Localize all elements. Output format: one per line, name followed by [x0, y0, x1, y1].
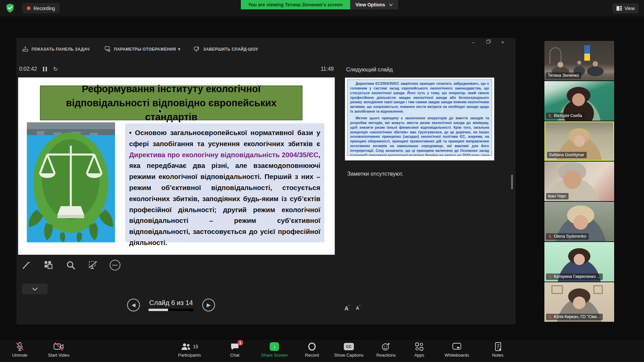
shared-screen-presenter-view: – × ПОКАЗАТЬ ПАНЕЛЬ ЗАДАЧ: [16, 38, 516, 324]
end-slideshow-button[interactable]: ЗАВЕРШИТЬ СЛАЙД-ШОУ: [194, 46, 258, 52]
whiteboards-button[interactable]: Whiteboards: [439, 342, 474, 358]
display-settings-icon: [105, 46, 111, 52]
participant-tile[interactable]: Olena Sydorenko: [544, 202, 614, 241]
panel-scrollbar-handle[interactable]: [511, 175, 513, 189]
slide-counter: Слайд 6 из 14: [149, 299, 193, 307]
black-screen-button[interactable]: [87, 259, 99, 271]
apps-button[interactable]: Apps: [409, 342, 430, 358]
reactions-button[interactable]: Reactions: [372, 342, 400, 358]
viewing-screen-banner: You are viewing Тетяна Зінченко’s screen: [241, 0, 350, 9]
current-time: 11:49: [321, 66, 334, 72]
meeting-controls-bar: Unmute Start Video 15: [0, 340, 644, 362]
participant-video-panel: Тетяна Зінченко Вікторія Скиба Svitlana …: [544, 41, 614, 322]
recording-indicator[interactable]: Recording: [22, 3, 60, 13]
participant-tile[interactable]: Вікторія Скиба: [544, 81, 614, 121]
start-video-button[interactable]: Start Video: [45, 342, 73, 358]
record-icon: [308, 343, 316, 351]
see-all-slides-button[interactable]: [43, 259, 55, 271]
recording-label: Recording: [34, 6, 55, 11]
participant-name: Вікторія Скиба: [554, 113, 582, 118]
recording-dot-icon: [27, 6, 31, 10]
show-taskbar-button[interactable]: ПОКАЗАТЬ ПАНЕЛЬ ЗАДАЧ: [22, 46, 90, 52]
participants-count: 15: [193, 344, 198, 349]
minimize-button[interactable]: –: [470, 39, 477, 45]
mouse-cursor: [158, 108, 163, 115]
slide-navigation: ◀ Слайд 6 из 14 ▶: [127, 299, 215, 311]
view-options-button[interactable]: View Options: [350, 0, 398, 9]
slide-body-text: • Основою загальноєвропейської нормативн…: [125, 123, 324, 242]
muted-mic-icon: [548, 234, 552, 239]
timer-row: 0:02:42 ↻ 11:49: [16, 66, 516, 73]
pause-timer-button[interactable]: [43, 67, 47, 71]
notes-icon: [494, 342, 501, 351]
apps-icon: [415, 342, 424, 351]
closed-captions-icon: CC: [344, 343, 354, 350]
participant-tile[interactable]: Катерина Гавриленко ...: [544, 242, 614, 282]
eco-justice-scales-illustration: [27, 122, 115, 242]
ukraine-flag: [584, 45, 590, 61]
participant-name: Іван Чаус: [548, 194, 566, 198]
share-screen-icon: ↑: [270, 342, 279, 351]
ppt-toolbar: ПОКАЗАТЬ ПАНЕЛЬ ЗАДАЧ ПАРАМЕТРЫ ОТОБРАЖЕ…: [16, 46, 516, 54]
muted-mic-icon: [548, 114, 552, 118]
notes-button[interactable]: Notes: [487, 342, 508, 358]
muted-mic-icon: [548, 315, 552, 319]
participants-button[interactable]: 15 Participants: [173, 342, 206, 358]
notes-font-size-controls: Aˆ Aˇ: [344, 305, 360, 312]
close-button[interactable]: ×: [499, 39, 506, 45]
notes-absent-label: Заметки отсутствуют.: [347, 171, 403, 177]
slide-title: Реформування інституту екологічної відпо…: [40, 85, 303, 120]
increase-font-button[interactable]: Aˆ: [344, 305, 350, 312]
participant-name: Svitlana Goshtynar: [549, 153, 584, 157]
muted-mic-icon: [548, 275, 552, 279]
show-more-participants-button[interactable]: [22, 284, 48, 294]
chevron-down-icon: [389, 4, 393, 6]
more-options-button[interactable]: •••: [109, 259, 121, 271]
restore-icon: [486, 41, 490, 44]
zoom-meeting-window: Recording You are viewing Тетяна Зінченк…: [0, 0, 644, 362]
participant-tile[interactable]: Юлія Киркач, ГО "Сіве...: [544, 282, 614, 322]
show-captions-button[interactable]: CC Show Captions: [330, 342, 367, 358]
participant-tile[interactable]: Іван Чаус: [544, 162, 614, 201]
record-button[interactable]: Record: [299, 342, 325, 358]
pen-tool-button[interactable]: [20, 259, 33, 271]
previous-slide-button[interactable]: ◀: [127, 299, 140, 311]
share-screen-button[interactable]: ↑ Share Screen: [258, 342, 291, 358]
participant-tile-active-speaker[interactable]: Svitlana Goshtynar: [544, 121, 614, 161]
zoom-slide-button[interactable]: [65, 259, 77, 271]
chat-unread-badge: 1: [237, 340, 243, 346]
unmute-button[interactable]: Unmute: [8, 342, 32, 358]
whiteboard-icon: [452, 343, 462, 351]
slide-progress-bar: [149, 309, 194, 311]
participant-name: Юлія Киркач, ГО "Сіве...: [554, 314, 600, 319]
current-slide: Реформування інституту екологічної відпо…: [18, 77, 335, 255]
restore-button[interactable]: [485, 39, 491, 45]
participants-icon: [181, 343, 191, 351]
next-slide-button[interactable]: ▶: [202, 299, 215, 311]
security-shield-icon[interactable]: [5, 3, 15, 13]
annotation-toolbar: •••: [20, 259, 121, 271]
chat-button[interactable]: 1 Chat: [224, 342, 246, 358]
participant-name: Тетяна Зінченко: [548, 73, 579, 78]
next-slide-preview-text: Директива ЄС2004/35/ЄС закріплює принцип…: [347, 79, 492, 156]
end-slideshow-icon: [194, 46, 200, 52]
next-slide-preview[interactable]: Директива ЄС2004/35/ЄС закріплює принцип…: [345, 77, 494, 161]
meeting-top-bar: Recording You are viewing Тетяна Зінченк…: [0, 0, 644, 16]
display-settings-button[interactable]: ПАРАМЕТРЫ ОТОБРАЖЕНИЯ ▼: [105, 46, 181, 52]
directive-highlight: Директива про екологічну відповідальніст…: [129, 151, 318, 159]
next-slide-label: Следующий слайд: [346, 67, 393, 73]
view-layout-button[interactable]: View: [612, 3, 639, 13]
restart-timer-button[interactable]: ↻: [53, 66, 58, 72]
reactions-smiley-icon: [382, 342, 390, 351]
taskbar-icon: [22, 46, 28, 52]
participant-name: Olena Sydorenko: [554, 234, 586, 239]
participant-tile[interactable]: Тетяна Зінченко: [544, 41, 614, 80]
chevron-down-icon: [32, 288, 38, 291]
decrease-font-button[interactable]: Aˇ: [356, 305, 360, 312]
participant-name: Катерина Гавриленко ...: [554, 274, 600, 279]
grid-view-icon: [616, 6, 622, 11]
elapsed-timer: 0:02:42: [19, 66, 37, 72]
slide-progress-fill: [149, 309, 168, 311]
window-controls: – ×: [470, 39, 506, 45]
